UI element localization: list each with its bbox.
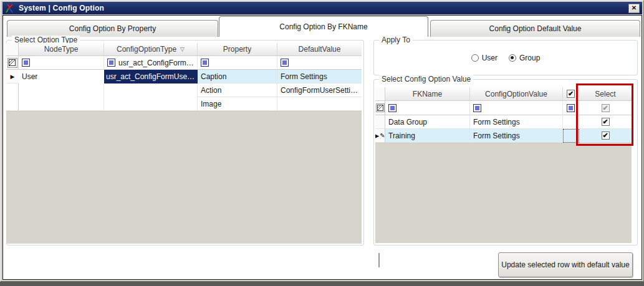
filter-condition-icon[interactable] [22, 59, 30, 67]
value-grid-filter-row: ✔ [375, 101, 632, 115]
tab-config-option-by-property[interactable]: Config Option By Property [7, 20, 218, 37]
radio-group-label: Group [519, 54, 540, 62]
filter-row-indicator [375, 101, 385, 115]
update-selected-row-button[interactable]: Update selected row with default value [498, 252, 633, 277]
radio-user[interactable]: User [471, 54, 497, 62]
radio-group-circle[interactable] [509, 54, 516, 62]
radio-group[interactable]: Group [509, 54, 540, 62]
app-window: System | Config Option ✕ Config Option B… [0, 0, 644, 282]
option-type-grid-body: ▶ User usr_act_ConfigFormUserSet Caption… [6, 70, 362, 111]
tab-config-option-default-value[interactable]: Config Option Default Value [430, 20, 640, 37]
cell-property[interactable]: Action [198, 83, 277, 97]
detail-row-image[interactable]: Image [198, 97, 362, 111]
cell-defaultvalue[interactable]: ConfigFormUserSetting [277, 83, 362, 97]
row-header-corner [375, 87, 385, 101]
row-header-column: ▶ [6, 70, 19, 111]
title-bar: System | Config Option ✕ [2, 2, 642, 14]
cell-fkname[interactable]: Data Group [385, 115, 470, 129]
detail-row-action[interactable]: Action ConfigFormUserSetting [198, 83, 362, 97]
radio-user-label: User [482, 54, 497, 62]
checkbox-checked-disabled: ✔ [602, 104, 610, 112]
cell-check-narrow[interactable] [563, 115, 579, 129]
close-button[interactable]: ✕ [628, 4, 640, 13]
column-header-defaultvalue[interactable]: DefaultValue [277, 43, 362, 56]
app-icon [5, 4, 15, 13]
column-header-select[interactable]: Select [579, 87, 632, 101]
column-header-configoptiontype[interactable]: ConfigOptionType▽ [104, 43, 198, 56]
value-grid-header-row: FKName ConfigOptionValue ✔ Select [375, 87, 632, 101]
sort-descending-icon: ▽ [180, 46, 185, 52]
value-grid-row-training[interactable]: ▶✎ Training Form Settings ✔ [375, 129, 632, 143]
cell-select[interactable]: ✔ [579, 115, 632, 129]
detail-columns: Caption Form Settings Action ConfigFormU… [198, 70, 362, 111]
column-header-nodetype[interactable]: NodeType [19, 43, 104, 56]
row-header-editing: ▶✎ [375, 129, 385, 143]
content-area: Config Option By Property Config Option … [2, 15, 642, 280]
filter-condition-icon[interactable] [473, 104, 481, 112]
pencil-edit-icon: ✎ [380, 132, 385, 139]
cell-property[interactable]: Caption [198, 70, 277, 83]
cell-configoptionvalue[interactable]: Form Settings [470, 129, 563, 143]
tab-config-option-by-fkname[interactable]: Config Option By FKName [219, 16, 428, 37]
radio-user-circle[interactable] [471, 54, 479, 62]
grid-empty-area [375, 143, 632, 243]
checkbox-checked[interactable]: ✔ [602, 131, 610, 140]
current-row-indicator: ▶ [6, 70, 19, 83]
filter-cell-nodetype[interactable] [19, 56, 104, 70]
filter-value: usr_act_ConfigFormUse [118, 59, 194, 67]
filter-cell-configoptiontype[interactable]: usr_act_ConfigFormUse [104, 56, 198, 70]
value-grid-row-data-group[interactable]: Data Group Form Settings ✔ [375, 115, 632, 129]
filter-condition-icon[interactable] [388, 104, 396, 112]
groupbox-select-config-option-value-label: Select Config Option Value [379, 75, 473, 83]
filter-condition-icon[interactable] [281, 59, 289, 67]
filter-condition-icon[interactable] [201, 59, 209, 67]
nodetype-column: User [19, 70, 104, 111]
cell-configoptionvalue[interactable]: Form Settings [470, 115, 563, 129]
filter-cell-check[interactable] [563, 101, 579, 115]
filter-cell-property[interactable] [198, 56, 277, 70]
filter-cell-defaultvalue[interactable] [277, 56, 362, 70]
cell-property[interactable]: Image [198, 97, 277, 111]
column-header-check-all[interactable]: ✔ [563, 87, 579, 101]
row-header [375, 115, 385, 129]
column-header-configoptionvalue[interactable]: ConfigOptionValue [470, 87, 563, 101]
cell-select[interactable]: ✔ [579, 129, 632, 143]
row-header-corner [6, 43, 19, 56]
option-type-grid-filter-row: usr_act_ConfigFormUse [6, 56, 362, 70]
grid-empty-area [6, 111, 362, 244]
option-type-grid: NodeType ConfigOptionType▽ Property Defa… [6, 43, 362, 244]
filter-icon[interactable] [376, 103, 385, 112]
cell-defaultvalue[interactable]: Form Settings [277, 70, 362, 83]
filter-condition-icon[interactable] [107, 59, 115, 67]
filter-icon[interactable] [7, 58, 17, 68]
config-option-value-grid: FKName ConfigOptionValue ✔ Select [375, 87, 632, 243]
filter-cell-fkname[interactable] [385, 101, 470, 115]
column-header-property[interactable]: Property [198, 43, 277, 56]
detail-row-caption[interactable]: Caption Form Settings [198, 70, 362, 83]
cell-defaultvalue[interactable] [277, 97, 362, 111]
window-title: System | Config Option [19, 4, 104, 12]
cell-nodetype-user[interactable]: User [19, 70, 104, 83]
checkbox-checked[interactable]: ✔ [602, 118, 610, 126]
filter-cell-select[interactable]: ✔ [579, 101, 632, 115]
filter-condition-icon[interactable] [567, 104, 575, 112]
cell-check-narrow-focused[interactable] [563, 129, 579, 143]
filter-row-indicator [6, 56, 19, 70]
cell-configoptiontype-selected[interactable]: usr_act_ConfigFormUserSet [104, 70, 198, 83]
checkbox-checked[interactable]: ✔ [567, 90, 575, 98]
splitter-handle[interactable] [378, 253, 380, 267]
column-header-fkname[interactable]: FKName [385, 87, 470, 101]
cell-fkname[interactable]: Training [385, 129, 470, 143]
filter-cell-configoptionvalue[interactable] [470, 101, 563, 115]
configoptiontype-column: usr_act_ConfigFormUserSet [104, 70, 198, 111]
option-type-grid-header-row: NodeType ConfigOptionType▽ Property Defa… [6, 43, 362, 56]
groupbox-apply-to: Apply To User Group [373, 40, 638, 75]
